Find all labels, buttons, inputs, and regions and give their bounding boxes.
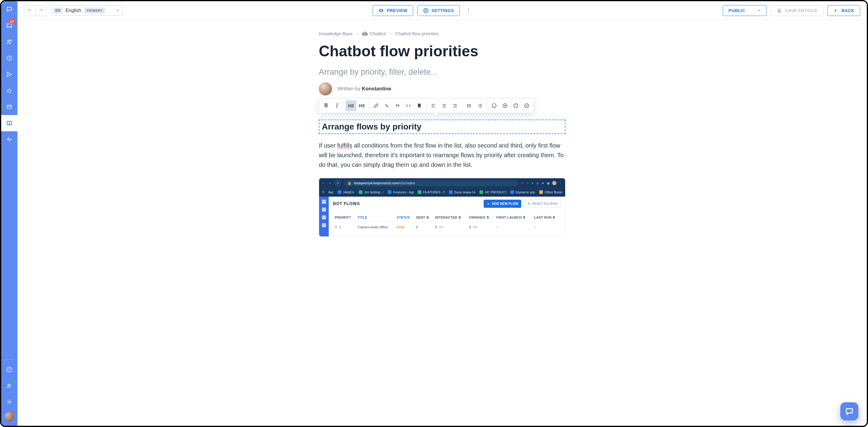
svg-point-15	[467, 107, 468, 107]
align-left-icon	[431, 103, 436, 108]
page-subtitle[interactable]: Arrange by priority, filter, delete...	[319, 67, 565, 77]
spellcheck-word: fulfills	[337, 142, 352, 149]
content-area: Knowledge Base → 🤖 Chatbot → Chatbot flo…	[18, 20, 867, 426]
browser-url: 🔒 testqwerty4.helpcrunch.com/v2/chatbot	[344, 180, 518, 187]
byline-prefix: Written by	[337, 86, 362, 91]
undo-button[interactable]	[24, 5, 35, 16]
crumb-category[interactable]: Chatbot	[370, 31, 386, 36]
more-menu[interactable]	[464, 7, 473, 14]
redo-button[interactable]	[35, 5, 46, 16]
embed-flows-table: PRIORITY TITLE STATUS SENT ⇅ INTERACTED …	[333, 213, 561, 232]
code-button[interactable]	[403, 100, 414, 111]
nav-inbox[interactable]: 17	[1, 18, 18, 34]
editor-paragraph[interactable]: If user fulfills all conditions from the…	[319, 141, 565, 170]
undo-icon	[27, 8, 32, 13]
bold-button[interactable]: B	[320, 100, 332, 111]
crumb-root[interactable]: Knowledge Base	[319, 31, 353, 36]
back-button[interactable]: BACK	[828, 5, 860, 16]
nav-team[interactable]	[1, 378, 18, 394]
bookmarks-bar: ⠿ Apps HelpCrunch 3cc testing - Goo… Fea…	[319, 188, 565, 197]
embed-panel-title: BOT FLOWS	[333, 201, 360, 206]
unlink-icon	[384, 103, 390, 108]
language-selector[interactable]: EN English PRIMARY	[51, 5, 123, 16]
ul-button[interactable]	[464, 100, 474, 111]
nav-send[interactable]	[1, 66, 18, 83]
align-left-button[interactable]	[428, 100, 439, 111]
svg-point-1	[10, 40, 11, 41]
chevron-down-icon	[116, 8, 119, 13]
left-nav: 17	[1, 1, 18, 426]
author-avatar	[319, 82, 332, 95]
nav-logo[interactable]	[1, 1, 18, 18]
visibility-select[interactable]: PUBLIC	[723, 5, 767, 16]
browser-fwd-icon: →	[329, 181, 332, 185]
byline-author: Konstantine	[362, 86, 391, 91]
embed-add-flow-button: ＋ ADD NEW FLOW	[484, 200, 521, 208]
browser-extensions: ⤢☆●◎★▣⋮	[521, 181, 562, 185]
byline: Written by Konstantine	[319, 82, 565, 95]
nav-avatar[interactable]	[4, 412, 14, 422]
italic-button[interactable]: I	[332, 100, 342, 111]
visibility-label: PUBLIC	[728, 8, 745, 13]
svg-point-14	[467, 105, 468, 106]
svg-point-10	[468, 8, 469, 8]
svg-point-12	[468, 11, 469, 12]
h2-button[interactable]: H2	[346, 100, 356, 111]
eye-icon	[378, 8, 384, 13]
nav-bot[interactable]	[1, 83, 18, 99]
align-right-button[interactable]	[450, 100, 461, 111]
x-circle-icon	[502, 103, 508, 108]
preview-button[interactable]: PREVIEW	[373, 5, 413, 16]
save-label: SAVE ARTICLE	[785, 8, 817, 13]
editor-h2-block[interactable]: Arrange flows by priority	[319, 119, 565, 134]
crumb-arrow-icon: →	[355, 31, 360, 36]
preview-label: PREVIEW	[387, 8, 407, 13]
back-label: BACK	[841, 8, 855, 13]
svg-point-19	[525, 104, 529, 108]
embed-sidenav	[319, 197, 329, 236]
error-callout-button[interactable]	[500, 100, 510, 111]
help-icon	[6, 366, 12, 373]
align-center-button[interactable]	[439, 100, 450, 111]
page-title[interactable]: Chatbot flow priorities	[319, 43, 565, 60]
window-icon	[6, 104, 12, 110]
undo-redo-group	[24, 5, 46, 16]
nav-settings[interactable]	[1, 394, 18, 410]
format-toolbar: B I H2 H3	[319, 98, 534, 113]
table-row: ⠿ 1 Capture leads offline Draft 0 0 0% 0…	[333, 222, 561, 232]
alert-icon	[513, 103, 519, 108]
warning-callout-button[interactable]	[510, 100, 521, 111]
ol-button[interactable]	[474, 100, 486, 111]
avatar-status-dot	[12, 411, 15, 414]
lang-name: English	[66, 8, 81, 13]
browser-reload-icon: ⟳	[335, 180, 341, 186]
nav-help[interactable]	[1, 361, 18, 378]
code-icon	[406, 103, 411, 108]
save-button: SAVE ARTICLE	[771, 5, 823, 16]
svg-point-13	[467, 104, 468, 105]
nav-contacts[interactable]	[1, 34, 18, 50]
chat-widget-fab[interactable]	[840, 402, 858, 420]
back-arrow-icon	[833, 8, 839, 13]
align-center-icon	[441, 103, 447, 108]
h3-button[interactable]: H3	[356, 100, 367, 111]
quote-button[interactable]	[392, 100, 403, 111]
link-icon	[373, 103, 379, 108]
chat-bubble-icon	[6, 6, 12, 12]
nav-knowledge-base[interactable]	[1, 115, 18, 131]
check-circle-icon	[524, 103, 529, 108]
pulse-icon	[6, 136, 12, 143]
unlink-button[interactable]	[381, 100, 392, 111]
browser-back-icon: ←	[322, 181, 326, 185]
book-icon	[6, 120, 12, 126]
nav-popups[interactable]	[1, 99, 18, 115]
nav-recent[interactable]	[1, 50, 18, 66]
info-callout-button[interactable]	[489, 100, 500, 111]
nav-reports[interactable]	[1, 131, 18, 147]
bookmark-button[interactable]	[414, 100, 425, 111]
embed-reset-filters-button: ⊘ RESET FILTERS	[524, 200, 561, 208]
link-button[interactable]	[371, 100, 381, 111]
settings-button[interactable]: SETTINGS	[417, 5, 460, 16]
bookmark-icon	[416, 103, 422, 108]
success-callout-button[interactable]	[521, 100, 532, 111]
